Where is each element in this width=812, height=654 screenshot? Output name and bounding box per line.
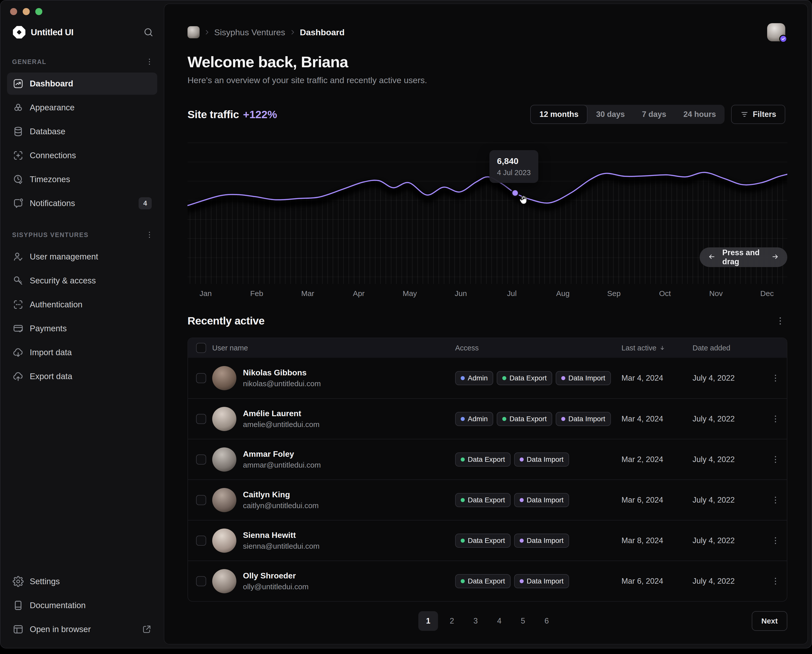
table-menu-button[interactable] [775,316,785,326]
access-badge-import: Data Import [514,533,569,548]
access-badge-import: Data Import [514,493,569,507]
sidebar-item-security-access[interactable]: Security & access [7,270,157,292]
dots-vertical-icon[interactable] [145,57,154,66]
row-menu-button[interactable] [771,455,780,464]
last-active-value: Mar 6, 2024 [621,577,693,586]
sidebar-item-user-management[interactable]: User management [7,246,157,268]
user-email: sienna@untitledui.com [243,542,320,550]
press-and-drag-hint[interactable]: Press and drag [700,248,787,267]
x-axis-label: Aug [556,289,570,298]
sidebar-item-documentation[interactable]: Documentation [7,594,157,616]
next-page-button[interactable]: Next [752,611,787,631]
access-badge-import: Data Import [556,371,611,385]
page-button-5[interactable]: 5 [513,611,533,631]
sidebar-item-dashboard[interactable]: Dashboard [7,73,157,95]
chevron-right-icon [289,29,297,36]
sidebar-section-items: DashboardAppearanceDatabaseConnectionsTi… [0,73,164,214]
range-tab-7-days[interactable]: 7 days [633,105,675,124]
x-axis-label: Sep [607,289,621,298]
date-added-value: July 4, 2022 [693,455,768,464]
column-header-last-active[interactable]: Last active [621,344,693,352]
breadcrumb-avatar[interactable] [188,26,200,38]
sidebar-item-export-data[interactable]: Export data [7,365,157,387]
filters-label: Filters [753,110,776,119]
hand-cursor-icon [518,194,529,206]
user-avatar [212,407,236,431]
untitled-ui-logo [12,25,26,39]
range-tab-30-days[interactable]: 30 days [587,105,633,124]
site-traffic-chart[interactable]: 6,840 4 Jul 2023 Press and drag JanFebMa… [188,139,787,284]
row-menu-button[interactable] [771,536,780,546]
row-checkbox[interactable] [196,454,206,465]
sidebar-item-label: Dashboard [30,79,73,89]
sidebar-item-import-data[interactable]: Import data [7,341,157,364]
app-window: Untitled UI GENERALDashboardAppearanceDa… [0,0,812,648]
table-header-row: User nameAccessLast activeDate added [188,338,787,358]
user-name: Ammar Foley [243,449,321,459]
notification-count-badge: 4 [139,197,152,209]
book-icon [12,600,24,611]
filters-button[interactable]: Filters [731,105,785,124]
site-traffic-title: Site traffic [188,108,239,121]
x-axis-label: Jan [200,289,212,298]
page-button-3[interactable]: 3 [466,611,485,631]
sidebar-item-open-in-browser[interactable]: Open in browser [7,618,157,640]
filter-lines-icon [740,110,749,119]
row-menu-button[interactable] [771,495,780,505]
sidebar-item-settings[interactable]: Settings [7,570,157,593]
table-row: Sienna Hewittsienna@untitledui.comData E… [188,520,787,561]
topbar: Sisyphus Ventures Dashboard [188,23,785,41]
range-tab-24-hours[interactable]: 24 hours [675,105,725,124]
sidebar-item-connections[interactable]: Connections [7,144,157,167]
user-cell: Ammar Foleyammar@untitledui.com [212,448,455,472]
breadcrumb-org[interactable]: Sisyphus Ventures [214,28,285,37]
sidebar-item-timezones[interactable]: Timezones [7,168,157,191]
user-avatar[interactable] [767,23,785,41]
select-all-checkbox[interactable] [196,343,206,353]
badge-dot [561,376,565,380]
date-added-value: July 4, 2022 [693,495,768,504]
page-button-1[interactable]: 1 [418,611,438,631]
timezones-icon [12,174,24,185]
page-button-4[interactable]: 4 [489,611,509,631]
row-checkbox[interactable] [196,373,206,383]
date-added-value: July 4, 2022 [693,414,768,423]
close-window-button[interactable] [10,8,17,15]
sidebar-item-database[interactable]: Database [7,121,157,142]
user-name: Olly Shroeder [243,571,309,581]
access-badge-admin: Admin [455,412,493,426]
access-badge-import: Data Import [514,452,569,466]
database-icon [12,126,24,137]
connections-icon [12,150,24,161]
sidebar-item-label: Timezones [30,174,70,184]
sidebar-item-notifications[interactable]: Notifications4 [7,192,157,214]
user-name: Amélie Laurent [243,409,320,418]
page-subtitle: Here's an overview of your site traffic … [188,75,785,85]
x-axis-label: Oct [659,289,671,298]
row-checkbox[interactable] [196,414,206,424]
dots-vertical-icon[interactable] [145,231,154,239]
zoom-window-button[interactable] [35,8,42,15]
page-buttons: 123456 [418,611,557,631]
row-checkbox[interactable] [196,576,206,586]
page-button-2[interactable]: 2 [442,611,462,631]
row-menu-button[interactable] [771,373,780,383]
access-badges: Data ExportData Import [455,493,621,507]
range-tab-12-months[interactable]: 12 months [530,105,587,124]
tooltip-value: 6,840 [497,156,531,166]
breadcrumb-page[interactable]: Dashboard [300,28,345,37]
row-checkbox[interactable] [196,495,206,505]
sidebar-footer: SettingsDocumentationOpen in browser [0,570,164,648]
row-menu-button[interactable] [771,414,780,424]
badge-dot [520,457,524,461]
sidebar-item-label: Connections [30,151,76,160]
row-checkbox[interactable] [196,536,206,546]
chart-tooltip: 6,840 4 Jul 2023 [489,150,538,183]
search-icon[interactable] [143,27,154,38]
sidebar-item-payments[interactable]: Payments [7,318,157,339]
row-menu-button[interactable] [771,576,780,586]
sidebar-item-appearance[interactable]: Appearance [7,96,157,119]
sidebar-item-authentication[interactable]: Authentication [7,293,157,316]
minimize-window-button[interactable] [23,8,30,15]
page-button-6[interactable]: 6 [537,611,557,631]
